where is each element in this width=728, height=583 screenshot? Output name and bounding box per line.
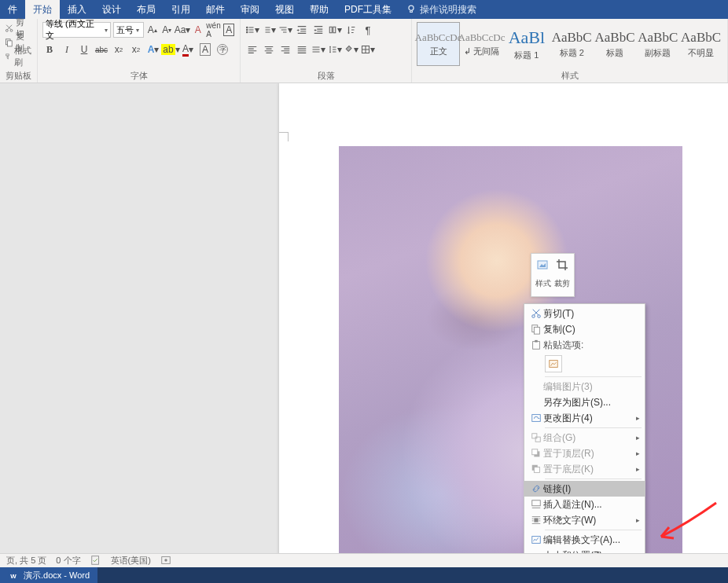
phonetic-guide-button[interactable]: wénA <box>207 22 221 38</box>
status-word-count[interactable]: 0 个字 <box>56 555 80 566</box>
tab-design[interactable]: 设计 <box>94 0 129 19</box>
enclose-characters-button[interactable]: 字 <box>215 42 230 57</box>
taskbar-word-app[interactable]: W 演示.docx - Word <box>0 567 97 583</box>
tab-pdf-tools[interactable]: PDF工具集 <box>336 0 399 19</box>
status-page[interactable]: 页, 共 5 页 <box>6 555 46 566</box>
status-macro-icon[interactable] <box>160 555 171 567</box>
style-normal[interactable]: AaBbCcDc 正文 <box>417 22 460 66</box>
tab-layout[interactable]: 布局 <box>129 0 164 19</box>
chevron-right-icon: ▸ <box>636 465 640 473</box>
style-name: 标题 2 <box>560 47 584 59</box>
crop-icon <box>555 258 569 272</box>
asian-layout-button[interactable]: ▾ <box>328 22 342 38</box>
tab-review[interactable]: 审阅 <box>233 0 267 19</box>
svg-rect-13 <box>534 327 539 334</box>
text-effects-button[interactable]: A▾ <box>146 42 160 57</box>
style-sample: AaBl <box>509 28 545 48</box>
svg-text:W: W <box>10 573 17 580</box>
style-heading1[interactable]: AaBl 标题 1 <box>503 22 550 66</box>
svg-point-1 <box>6 29 8 31</box>
style-heading2[interactable]: AaBbC 标题 2 <box>550 22 594 66</box>
picture-context-menu: 剪切(T) 复制(C) 粘贴选项: 编辑图片(3) 另存为图片(S)... 更改… <box>524 303 645 581</box>
numbering-button[interactable]: ▾ <box>262 22 276 38</box>
clear-formatting-button[interactable]: A <box>192 22 204 38</box>
ctx-change-picture[interactable]: 更改图片(4) ▸ <box>524 410 645 426</box>
ctx-wrap-text-label: 环绕文字(W) <box>543 514 596 527</box>
ctx-sep-2 <box>545 427 642 428</box>
tell-me-search[interactable]: 操作说明搜索 <box>399 3 483 16</box>
tab-insert[interactable]: 插入 <box>60 0 94 19</box>
ctx-edit-alt-text[interactable]: 编辑替换文字(A)... <box>524 532 645 548</box>
superscript-button[interactable]: x2 <box>129 42 143 57</box>
style-sample: AaBbC <box>552 30 592 46</box>
style-name: 标题 1 <box>514 50 539 61</box>
tell-me-label: 操作说明搜索 <box>420 3 476 16</box>
bold-button[interactable]: B <box>42 42 57 57</box>
tab-references[interactable]: 引用 <box>164 0 198 19</box>
svg-rect-4 <box>8 41 13 46</box>
ctx-cut[interactable]: 剪切(T) <box>524 306 645 321</box>
align-right-button[interactable] <box>278 42 292 57</box>
shading-button[interactable]: ▾ <box>344 42 358 57</box>
borders-button[interactable]: ▾ <box>361 42 375 57</box>
ctx-bring-front: 置于顶层(R) ▸ <box>524 446 645 461</box>
caption-icon <box>531 499 542 510</box>
grow-font-button[interactable]: A▴ <box>146 22 158 38</box>
sort-button[interactable] <box>344 22 358 38</box>
styles-gallery[interactable]: AaBbCcDc 正文 AaBbCcDc ↲ 无间隔 AaBl 标题 1 AaB… <box>417 22 722 66</box>
chevron-right-icon: ▸ <box>636 516 640 524</box>
crop-button[interactable] <box>555 258 569 273</box>
subscript-button[interactable]: x2 <box>112 42 126 57</box>
format-painter-button[interactable]: 格式刷 <box>5 50 32 63</box>
font-name-combo[interactable]: 等线 (西文正文▾ <box>42 22 111 38</box>
bring-front-icon <box>531 448 542 459</box>
bullets-button[interactable]: ▾ <box>245 22 259 38</box>
underline-button[interactable]: U <box>77 42 91 57</box>
highlight-button[interactable]: ab▾ <box>164 42 178 57</box>
picture-style-button[interactable] <box>536 258 550 273</box>
ctx-copy[interactable]: 复制(C) <box>524 321 645 337</box>
tab-view[interactable]: 视图 <box>267 0 302 19</box>
style-subtle-emphasis[interactable]: AaBbC 不明显 <box>679 22 722 66</box>
ctx-wrap-text[interactable]: 环绕文字(W) ▸ <box>524 512 645 528</box>
justify-button[interactable] <box>295 42 309 57</box>
change-case-button[interactable]: Aa▾ <box>175 22 189 38</box>
style-sample: AaBbC <box>638 30 678 46</box>
status-proofing-icon[interactable] <box>90 555 101 567</box>
ctx-insert-caption[interactable]: 插入题注(N)... <box>524 497 645 512</box>
align-left-button[interactable] <box>245 42 259 57</box>
font-color-button[interactable]: A▾ <box>181 42 195 57</box>
ctx-save-as-picture[interactable]: 另存为图片(S)... <box>524 394 645 410</box>
change-picture-icon <box>531 412 542 424</box>
line-spacing-button[interactable]: ▾ <box>328 42 342 57</box>
distributed-button[interactable]: ▾ <box>311 42 325 57</box>
style-title[interactable]: AaBbC 标题 <box>594 22 637 66</box>
tab-mailings[interactable]: 邮件 <box>198 0 233 19</box>
multilevel-list-button[interactable]: ▾ <box>278 22 292 38</box>
style-subtitle[interactable]: AaBbC 副标题 <box>636 22 679 66</box>
send-back-icon <box>531 464 542 475</box>
ctx-link[interactable]: 链接(I) <box>524 481 645 497</box>
paste-keep-picture[interactable] <box>545 355 562 372</box>
status-language[interactable]: 英语(美国) <box>111 555 151 566</box>
ribbon-group-styles: AaBbCcDc 正文 AaBbCcDc ↲ 无间隔 AaBl 标题 1 AaB… <box>412 19 728 82</box>
ctx-send-back: 置于底层(K) ▸ <box>524 461 645 477</box>
style-name: 标题 <box>606 47 623 59</box>
decrease-indent-button[interactable] <box>295 22 309 38</box>
align-center-button[interactable] <box>262 42 276 57</box>
shrink-font-button[interactable]: A▾ <box>161 22 173 38</box>
tab-help[interactable]: 帮助 <box>302 0 336 19</box>
strikethrough-button[interactable]: abc <box>94 42 108 57</box>
font-size-combo[interactable]: 五号▾ <box>113 22 144 38</box>
alt-text-icon <box>531 534 542 545</box>
svg-rect-25 <box>534 518 538 522</box>
clipboard-icon <box>531 339 542 350</box>
show-marks-button[interactable]: ¶ <box>361 22 375 38</box>
character-border-button[interactable]: A <box>223 22 235 38</box>
ctx-send-back-label: 置于底层(K) <box>543 463 594 476</box>
increase-indent-button[interactable] <box>311 22 325 38</box>
character-shading-button[interactable]: A <box>198 42 212 57</box>
italic-button[interactable]: I <box>60 42 74 57</box>
style-no-spacing[interactable]: AaBbCcDc ↲ 无间隔 <box>460 22 503 66</box>
svg-point-5 <box>247 27 248 28</box>
